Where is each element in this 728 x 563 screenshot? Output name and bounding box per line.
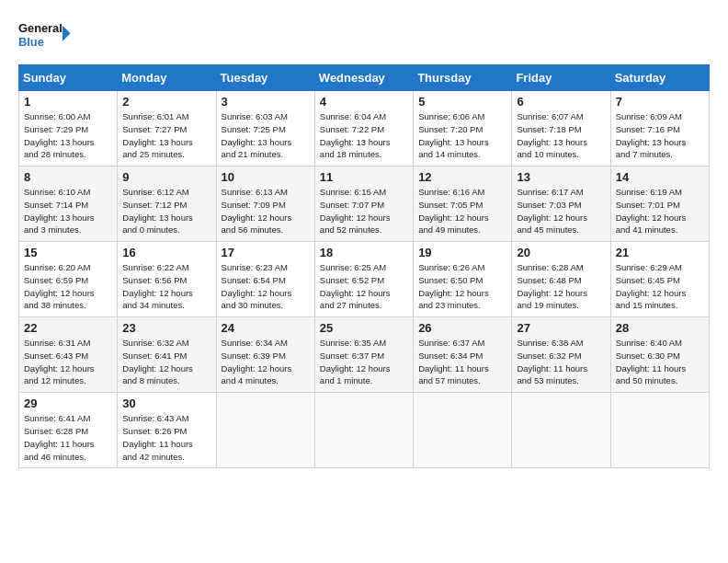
day-info: Sunrise: 6:16 AM Sunset: 7:05 PM Dayligh…	[418, 186, 506, 236]
header-friday: Friday	[512, 65, 610, 91]
day-info: Sunrise: 6:38 AM Sunset: 6:32 PM Dayligh…	[517, 337, 605, 387]
day-number: 24	[222, 321, 310, 335]
calendar-week-4: 22Sunrise: 6:31 AM Sunset: 6:43 PM Dayli…	[19, 317, 710, 393]
day-info: Sunrise: 6:23 AM Sunset: 6:54 PM Dayligh…	[222, 261, 310, 312]
calendar-week-5: 29Sunrise: 6:41 AM Sunset: 6:28 PM Dayli…	[19, 393, 710, 468]
day-info: Sunrise: 6:43 AM Sunset: 6:26 PM Dayligh…	[122, 412, 210, 463]
calendar-week-2: 8Sunrise: 6:10 AM Sunset: 7:14 PM Daylig…	[19, 167, 710, 242]
day-number: 29	[24, 396, 112, 410]
day-info: Sunrise: 6:40 AM Sunset: 6:30 PM Dayligh…	[616, 337, 704, 387]
calendar-cell	[314, 393, 413, 468]
day-info: Sunrise: 6:32 AM Sunset: 6:41 PM Dayligh…	[122, 337, 210, 387]
calendar-cell: 7Sunrise: 6:09 AM Sunset: 7:16 PM Daylig…	[610, 91, 709, 167]
calendar-cell: 11Sunrise: 6:15 AM Sunset: 7:07 PM Dayli…	[314, 167, 413, 242]
day-number: 18	[320, 246, 408, 259]
day-info: Sunrise: 6:37 AM Sunset: 6:34 PM Dayligh…	[418, 337, 506, 387]
day-number: 28	[616, 321, 704, 335]
day-info: Sunrise: 6:20 AM Sunset: 6:59 PM Dayligh…	[24, 261, 112, 312]
logo: General Blue	[18, 17, 74, 53]
calendar-cell: 1Sunrise: 6:00 AM Sunset: 7:29 PM Daylig…	[19, 91, 118, 167]
calendar-cell: 17Sunrise: 6:23 AM Sunset: 6:54 PM Dayli…	[216, 242, 314, 317]
day-info: Sunrise: 6:31 AM Sunset: 6:43 PM Dayligh…	[24, 337, 112, 387]
day-number: 21	[616, 246, 704, 259]
day-number: 4	[320, 95, 408, 109]
header-monday: Monday	[118, 65, 216, 91]
day-info: Sunrise: 6:25 AM Sunset: 6:52 PM Dayligh…	[320, 261, 408, 312]
day-number: 22	[24, 321, 112, 335]
calendar-cell: 12Sunrise: 6:16 AM Sunset: 7:05 PM Dayli…	[414, 167, 512, 242]
calendar-cell: 20Sunrise: 6:28 AM Sunset: 6:48 PM Dayli…	[512, 242, 610, 317]
day-number: 11	[320, 170, 408, 184]
day-number: 30	[122, 396, 210, 410]
svg-text:Blue: Blue	[18, 35, 44, 49]
calendar-cell	[414, 393, 512, 468]
day-info: Sunrise: 6:15 AM Sunset: 7:07 PM Dayligh…	[320, 186, 408, 236]
day-number: 19	[418, 246, 506, 259]
day-info: Sunrise: 6:09 AM Sunset: 7:16 PM Dayligh…	[616, 110, 704, 161]
calendar-cell: 9Sunrise: 6:12 AM Sunset: 7:12 PM Daylig…	[118, 167, 216, 242]
calendar-cell: 30Sunrise: 6:43 AM Sunset: 6:26 PM Dayli…	[118, 393, 216, 468]
day-number: 1	[24, 95, 112, 109]
day-number: 5	[418, 95, 506, 109]
calendar-cell: 24Sunrise: 6:34 AM Sunset: 6:39 PM Dayli…	[216, 317, 314, 393]
day-number: 10	[222, 170, 310, 184]
header-saturday: Saturday	[610, 65, 709, 91]
calendar-cell: 23Sunrise: 6:32 AM Sunset: 6:41 PM Dayli…	[118, 317, 216, 393]
calendar-cell: 13Sunrise: 6:17 AM Sunset: 7:03 PM Dayli…	[512, 167, 610, 242]
header-tuesday: Tuesday	[216, 65, 314, 91]
day-info: Sunrise: 6:06 AM Sunset: 7:20 PM Dayligh…	[418, 110, 506, 161]
day-number: 16	[122, 246, 210, 259]
day-info: Sunrise: 6:22 AM Sunset: 6:56 PM Dayligh…	[122, 261, 210, 312]
calendar-cell	[512, 393, 610, 468]
calendar-cell: 21Sunrise: 6:29 AM Sunset: 6:45 PM Dayli…	[610, 242, 709, 317]
day-number: 7	[616, 95, 704, 109]
day-number: 17	[222, 246, 310, 259]
calendar-cell: 22Sunrise: 6:31 AM Sunset: 6:43 PM Dayli…	[19, 317, 118, 393]
calendar-cell: 19Sunrise: 6:26 AM Sunset: 6:50 PM Dayli…	[414, 242, 512, 317]
calendar-cell: 25Sunrise: 6:35 AM Sunset: 6:37 PM Dayli…	[314, 317, 413, 393]
day-number: 12	[418, 170, 506, 184]
day-info: Sunrise: 6:03 AM Sunset: 7:25 PM Dayligh…	[222, 110, 310, 161]
day-info: Sunrise: 6:07 AM Sunset: 7:18 PM Dayligh…	[517, 110, 605, 161]
day-number: 6	[517, 95, 605, 109]
calendar-cell: 26Sunrise: 6:37 AM Sunset: 6:34 PM Dayli…	[414, 317, 512, 393]
day-info: Sunrise: 6:04 AM Sunset: 7:22 PM Dayligh…	[320, 110, 408, 161]
svg-text:General: General	[18, 21, 63, 35]
day-number: 3	[222, 95, 310, 109]
day-info: Sunrise: 6:01 AM Sunset: 7:27 PM Dayligh…	[122, 110, 210, 161]
calendar-cell: 6Sunrise: 6:07 AM Sunset: 7:18 PM Daylig…	[512, 91, 610, 167]
calendar-cell: 3Sunrise: 6:03 AM Sunset: 7:25 PM Daylig…	[216, 91, 314, 167]
day-number: 20	[517, 246, 605, 259]
day-info: Sunrise: 6:12 AM Sunset: 7:12 PM Dayligh…	[122, 186, 210, 236]
header-sunday: Sunday	[19, 65, 118, 91]
day-number: 2	[122, 95, 210, 109]
day-info: Sunrise: 6:19 AM Sunset: 7:01 PM Dayligh…	[616, 186, 704, 236]
calendar-cell: 18Sunrise: 6:25 AM Sunset: 6:52 PM Dayli…	[314, 242, 413, 317]
calendar-cell: 10Sunrise: 6:13 AM Sunset: 7:09 PM Dayli…	[216, 167, 314, 242]
page: General Blue SundayMondayTuesdayWednesda…	[0, 0, 728, 477]
calendar-cell: 28Sunrise: 6:40 AM Sunset: 6:30 PM Dayli…	[610, 317, 709, 393]
day-info: Sunrise: 6:29 AM Sunset: 6:45 PM Dayligh…	[616, 261, 704, 312]
calendar-cell: 4Sunrise: 6:04 AM Sunset: 7:22 PM Daylig…	[314, 91, 413, 167]
calendar-cell: 8Sunrise: 6:10 AM Sunset: 7:14 PM Daylig…	[19, 167, 118, 242]
calendar-cell: 14Sunrise: 6:19 AM Sunset: 7:01 PM Dayli…	[610, 167, 709, 242]
day-info: Sunrise: 6:13 AM Sunset: 7:09 PM Dayligh…	[222, 186, 310, 236]
svg-marker-2	[63, 26, 71, 41]
day-number: 8	[24, 170, 112, 184]
day-number: 15	[24, 246, 112, 259]
day-number: 14	[616, 170, 704, 184]
day-number: 27	[517, 321, 605, 335]
calendar-header-row: SundayMondayTuesdayWednesdayThursdayFrid…	[19, 65, 710, 91]
day-number: 9	[122, 170, 210, 184]
day-info: Sunrise: 6:28 AM Sunset: 6:48 PM Dayligh…	[517, 261, 605, 312]
day-number: 13	[517, 170, 605, 184]
day-info: Sunrise: 6:17 AM Sunset: 7:03 PM Dayligh…	[517, 186, 605, 236]
calendar-table: SundayMondayTuesdayWednesdayThursdayFrid…	[18, 64, 710, 468]
calendar-cell	[216, 393, 314, 468]
calendar-cell: 16Sunrise: 6:22 AM Sunset: 6:56 PM Dayli…	[118, 242, 216, 317]
calendar-cell: 5Sunrise: 6:06 AM Sunset: 7:20 PM Daylig…	[414, 91, 512, 167]
day-number: 25	[320, 321, 408, 335]
header: General Blue	[18, 17, 710, 53]
day-info: Sunrise: 6:35 AM Sunset: 6:37 PM Dayligh…	[320, 337, 408, 387]
day-info: Sunrise: 6:41 AM Sunset: 6:28 PM Dayligh…	[24, 412, 112, 463]
